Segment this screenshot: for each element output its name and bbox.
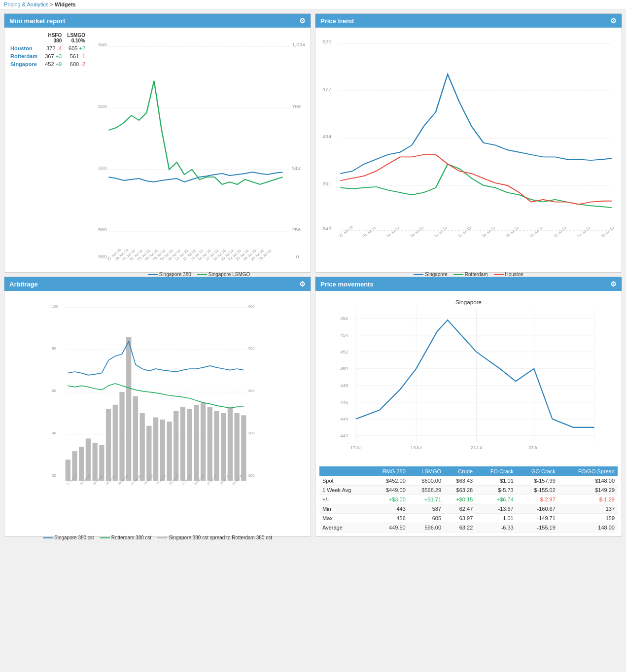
- pm-col-fo-go: FO/GO Spread: [558, 466, 618, 476]
- market-table: HSFO380 LSMGO0.10% Houston 372 -4 605 +2…: [8, 32, 87, 268]
- price-movements-title: Price movements: [320, 281, 374, 288]
- svg-text:17Jul: 17Jul: [350, 445, 362, 450]
- svg-rect-93: [214, 411, 219, 481]
- svg-text:520: 520: [322, 39, 332, 44]
- pm-fo-go: $149.29: [558, 486, 618, 495]
- arbitrage-body: 100 80 60 40 20 600 500 400 300 200: [4, 291, 311, 535]
- pm-fo-go: $148.00: [558, 476, 618, 486]
- legend-label-singapore-lsmgo: Singapore LSMGO: [209, 272, 250, 277]
- svg-text:349: 349: [322, 226, 331, 231]
- pm-lsmgo: 587: [409, 504, 444, 514]
- legend-rotterdam: Rotterdam: [453, 272, 488, 277]
- legend-singapore-lsmgo: Singapore LSMGO: [197, 272, 250, 277]
- svg-text:27 Jun 19: 27 Jun 19: [338, 225, 354, 238]
- svg-text:22 Jul 19: 22 Jul 19: [552, 226, 567, 238]
- svg-text:19Jul: 19Jul: [411, 445, 422, 450]
- svg-text:26 Jul 19: 26 Jul 19: [600, 226, 615, 238]
- pm-crude: $63.28: [444, 486, 476, 495]
- svg-rect-77: [106, 409, 111, 481]
- market-city[interactable]: Singapore: [8, 60, 41, 68]
- svg-rect-74: [86, 438, 91, 481]
- mini-market-chart: 640 620 600 580 560 1,024 768 512 256 0: [91, 32, 307, 268]
- svg-text:448: 448: [340, 383, 348, 388]
- arbitrage-svg: 100 80 60 40 20 600 500 400 300 200: [8, 295, 307, 531]
- legend-singapore-380: Singapore 380: [148, 272, 191, 277]
- pm-fo-crack: -6.33: [476, 523, 517, 532]
- pm-fo-go: 159: [558, 514, 618, 523]
- svg-text:391: 391: [322, 181, 331, 186]
- arbitrage-gear-icon[interactable]: ⚙: [299, 280, 306, 288]
- pm-fo-crack: +$6.74: [476, 495, 517, 504]
- pm-go-crack: $-2.97: [517, 495, 558, 504]
- svg-text:456: 456: [340, 316, 348, 321]
- svg-text:03 Jul 19: 03 Jul 19: [385, 226, 401, 238]
- svg-text:600: 600: [248, 304, 255, 309]
- price-trend-header: Price trend ⚙: [315, 14, 622, 28]
- svg-text:256: 256: [292, 227, 301, 232]
- pm-col-go-crack: GO Crack: [517, 466, 558, 476]
- pm-crude: 63.97: [444, 514, 476, 523]
- legend-dot-singapore: [414, 274, 423, 275]
- breadcrumb-parent[interactable]: Pricing & Analytics: [4, 1, 48, 7]
- mini-market-svg: 640 620 600 580 560 1,024 768 512 256 0: [91, 32, 307, 268]
- col-hsfo: HSFO380: [41, 32, 64, 44]
- market-hsfo: 452 +9: [41, 60, 64, 68]
- svg-text:18 Jul 19: 18 Jul 19: [505, 226, 520, 238]
- price-trend-legend: Singapore Rotterdam Houston: [319, 272, 618, 277]
- price-trend-svg: 520 477 434 391 349: [319, 32, 618, 268]
- pm-label: Spot: [319, 476, 368, 486]
- svg-rect-73: [79, 447, 84, 481]
- svg-rect-96: [235, 413, 240, 481]
- svg-text:512: 512: [292, 166, 301, 171]
- svg-text:16 Jul 19: 16 Jul 19: [481, 226, 496, 238]
- svg-rect-86: [167, 422, 172, 481]
- pm-lsmgo: 605: [409, 514, 444, 523]
- price-trend-gear-icon[interactable]: ⚙: [610, 17, 617, 25]
- mini-market-body: HSFO380 LSMGO0.10% Houston 372 -4 605 +2…: [4, 28, 311, 272]
- svg-rect-91: [201, 403, 206, 481]
- svg-rect-87: [174, 411, 178, 481]
- pm-crude: +$0.15: [444, 495, 476, 504]
- legend-dot-houston: [494, 274, 504, 275]
- svg-text:400: 400: [248, 389, 255, 393]
- svg-rect-75: [93, 443, 98, 481]
- arbitrage-title: Arbitrage: [9, 281, 38, 288]
- legend-sg-380: Singapore 380 cst: [43, 535, 94, 540]
- svg-text:580: 580: [98, 227, 107, 232]
- pm-rmg: 443: [368, 504, 409, 514]
- pm-go-crack: -160.67: [517, 504, 558, 514]
- svg-text:620: 620: [98, 104, 107, 109]
- svg-rect-97: [241, 415, 246, 481]
- svg-text:444: 444: [340, 416, 348, 422]
- market-city[interactable]: Rotterdam: [8, 52, 41, 60]
- mini-market-gear-icon[interactable]: ⚙: [299, 17, 306, 25]
- arbitrage-header: Arbitrage ⚙: [4, 277, 311, 291]
- svg-rect-83: [146, 426, 151, 481]
- pm-rmg: 449.50: [368, 523, 409, 532]
- svg-rect-90: [194, 405, 199, 481]
- arbitrage-chart: 100 80 60 40 20 600 500 400 300 200: [8, 295, 307, 531]
- price-trend-title: Price trend: [320, 17, 354, 25]
- svg-text:0: 0: [296, 254, 299, 259]
- svg-rect-79: [119, 392, 124, 481]
- svg-text:Singapore: Singapore: [455, 299, 482, 305]
- pm-label: Min: [319, 504, 368, 514]
- legend-dot-rotterdam: [453, 274, 463, 275]
- svg-text:12 Jul 19: 12 Jul 19: [457, 226, 472, 238]
- pm-go-crack: $-157.99: [517, 476, 558, 486]
- price-movements-gear-icon[interactable]: ⚙: [610, 280, 617, 288]
- svg-text:640: 640: [98, 42, 107, 47]
- legend-dot-singapore-380: [148, 274, 158, 275]
- svg-text:600: 600: [98, 166, 107, 171]
- svg-rect-80: [126, 337, 131, 481]
- svg-rect-95: [228, 407, 233, 481]
- svg-rect-78: [113, 405, 118, 481]
- arbitrage-legend: Singapore 380 cst Rotterdam 380 cst Sing…: [8, 535, 307, 540]
- pm-crude: 62.47: [444, 504, 476, 514]
- svg-text:21Jul: 21Jul: [471, 445, 482, 450]
- svg-text:450: 450: [340, 366, 348, 371]
- legend-label-rotterdam: Rotterdam: [465, 272, 488, 277]
- svg-text:200: 200: [248, 473, 255, 478]
- col-city: [8, 32, 41, 44]
- market-city[interactable]: Houston: [8, 44, 41, 52]
